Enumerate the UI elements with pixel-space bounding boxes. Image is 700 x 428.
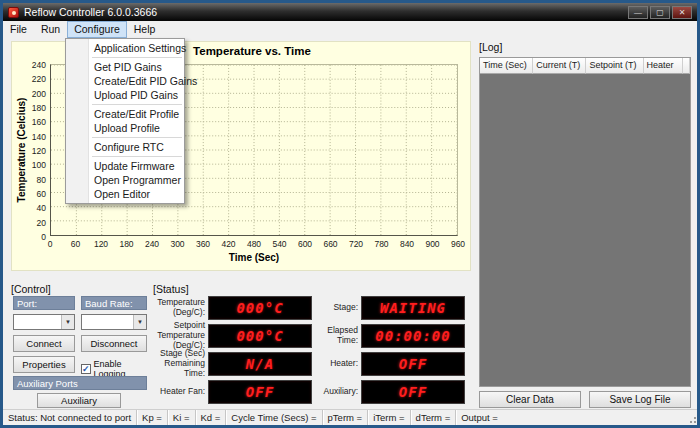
auxiliary-label: Auxiliary: bbox=[318, 387, 358, 397]
log-table-body[interactable] bbox=[480, 74, 690, 386]
port-select[interactable]: ▼ bbox=[13, 314, 75, 330]
statusbar-kp: Kp = bbox=[137, 410, 168, 425]
y-tick-label: 140 bbox=[18, 132, 46, 142]
y-tick-label: 240 bbox=[18, 60, 46, 70]
status-row: Heater Fan: OFF Auxiliary: OFF bbox=[153, 379, 471, 405]
x-tick-label: 420 bbox=[218, 239, 240, 249]
clear-data-button[interactable]: Clear Data bbox=[479, 391, 581, 408]
heater-display: OFF bbox=[361, 352, 465, 376]
menu-item-upload-profile[interactable]: Upload Profile bbox=[66, 121, 184, 135]
x-tick-label: 360 bbox=[192, 239, 214, 249]
checkbox-check-icon[interactable]: ✓ bbox=[81, 364, 91, 374]
statusbar-iterm: iTerm = bbox=[368, 410, 410, 425]
setpoint-display: 000°C bbox=[208, 324, 312, 348]
y-tick-label: 120 bbox=[18, 146, 46, 156]
heater-fan-label: Heater Fan: bbox=[153, 387, 205, 397]
temperature-display: 000°C bbox=[208, 296, 312, 320]
status-row: Temperature (Deg/C): 000°C Stage: WAITIN… bbox=[153, 295, 471, 321]
baud-rate-select[interactable]: ▼ bbox=[81, 314, 147, 330]
menu-item-upload-pid-gains[interactable]: Upload PID Gains bbox=[66, 88, 184, 102]
y-tick-label: 180 bbox=[18, 103, 46, 113]
x-tick-label: 900 bbox=[422, 239, 444, 249]
chevron-down-icon: ▼ bbox=[61, 315, 74, 329]
status-row: Setpoint Temperature (Deg/C): 000°C Elap… bbox=[153, 323, 471, 349]
title-bar: Reflow Controller 6.0.0.3666 — ▢ ✕ bbox=[3, 3, 697, 21]
auxiliary-button[interactable]: Auxiliary bbox=[37, 393, 121, 408]
x-tick-label: 60 bbox=[65, 239, 87, 249]
x-tick-label: 540 bbox=[269, 239, 291, 249]
elapsed-time-display: 00:00:00 bbox=[361, 324, 465, 348]
chart-x-axis-label: Time (Sec) bbox=[50, 252, 458, 263]
log-group-label: [Log] bbox=[479, 41, 691, 53]
statusbar-connection: Status: Not connected to port bbox=[3, 410, 137, 425]
y-tick-label: 220 bbox=[18, 74, 46, 84]
chevron-down-icon: ▼ bbox=[133, 315, 146, 329]
y-tick-label: 160 bbox=[18, 117, 46, 127]
resize-grip[interactable] bbox=[685, 412, 697, 424]
window-buttons: — ▢ ✕ bbox=[628, 6, 692, 19]
menu-configure[interactable]: Configure bbox=[67, 21, 127, 38]
x-tick-label: 720 bbox=[345, 239, 367, 249]
menu-file[interactable]: File bbox=[3, 21, 34, 38]
x-tick-label: 600 bbox=[294, 239, 316, 249]
baud-rate-label: Baud Rate: bbox=[81, 296, 147, 310]
statusbar-pterm: pTerm = bbox=[323, 410, 369, 425]
x-tick-label: 240 bbox=[141, 239, 163, 249]
menu-separator bbox=[92, 137, 182, 138]
statusbar-output: Output = bbox=[456, 410, 503, 425]
elapsed-time-label: Elapsed Time: bbox=[318, 326, 358, 346]
disconnect-button[interactable]: Disconnect bbox=[81, 335, 147, 352]
heater-label: Heater: bbox=[318, 359, 358, 369]
stage-display: WAITING bbox=[361, 296, 465, 320]
statusbar-dterm: dTerm = bbox=[411, 410, 457, 425]
menu-item-application-settings[interactable]: Application Settings bbox=[66, 41, 184, 55]
save-log-file-button[interactable]: Save Log File bbox=[589, 391, 691, 408]
menu-separator bbox=[92, 104, 182, 105]
y-tick-label: 80 bbox=[18, 175, 46, 185]
app-icon[interactable] bbox=[8, 7, 19, 18]
log-panel: [Log] Time (Sec) Current (T) Setpoint (T… bbox=[479, 41, 691, 411]
auxiliary-display: OFF bbox=[361, 380, 465, 404]
y-tick-label: 20 bbox=[18, 218, 46, 228]
log-col-current[interactable]: Current (T) bbox=[533, 58, 586, 74]
status-bar: Status: Not connected to port Kp = Ki = … bbox=[3, 409, 697, 425]
log-col-time[interactable]: Time (Sec) bbox=[480, 58, 533, 74]
x-tick-label: 780 bbox=[371, 239, 393, 249]
x-tick-label: 0 bbox=[39, 239, 61, 249]
stage-label: Stage: bbox=[318, 303, 358, 313]
x-tick-label: 120 bbox=[90, 239, 112, 249]
menu-separator bbox=[92, 156, 182, 157]
x-tick-label: 960 bbox=[447, 239, 469, 249]
y-tick-label: 100 bbox=[18, 160, 46, 170]
properties-button[interactable]: Properties bbox=[13, 356, 75, 373]
menu-item-create-edit-pid-gains[interactable]: Create/Edit PID Gains bbox=[66, 74, 184, 88]
status-panel: [Status] Temperature (Deg/C): 000°C Stag… bbox=[153, 281, 471, 409]
connect-button[interactable]: Connect bbox=[13, 335, 75, 352]
log-table-header: Time (Sec) Current (T) Setpoint (T) Heat… bbox=[480, 58, 690, 74]
minimize-icon[interactable]: — bbox=[628, 6, 648, 19]
menu-item-update-firmware[interactable]: Update Firmware bbox=[66, 159, 184, 173]
log-col-filler bbox=[683, 58, 690, 74]
window-title: Reflow Controller 6.0.0.3666 bbox=[24, 6, 157, 18]
setpoint-temperature-label: Setpoint Temperature (Deg/C): bbox=[153, 321, 205, 350]
menu-help[interactable]: Help bbox=[127, 21, 163, 38]
menu-item-configure-rtc[interactable]: Configure RTC bbox=[66, 140, 184, 154]
port-label: Port: bbox=[13, 296, 75, 310]
stage-remaining-label: Stage (Sec) Remaining Time: bbox=[153, 349, 205, 378]
temperature-label: Temperature (Deg/C): bbox=[153, 298, 205, 318]
status-row: Stage (Sec) Remaining Time: N/A Heater: … bbox=[153, 351, 471, 377]
menu-item-get-pid-gains[interactable]: Get PID Gains bbox=[66, 60, 184, 74]
menu-item-open-editor[interactable]: Open Editor bbox=[66, 187, 184, 201]
close-icon[interactable]: ✕ bbox=[672, 6, 692, 19]
statusbar-ki: Ki = bbox=[168, 410, 196, 425]
menu-item-open-programmer[interactable]: Open Programmer bbox=[66, 173, 184, 187]
log-col-setpoint[interactable]: Setpoint (T) bbox=[586, 58, 643, 74]
y-tick-label: 40 bbox=[18, 203, 46, 213]
menu-run[interactable]: Run bbox=[34, 21, 67, 38]
menu-bar: File Run Configure Help bbox=[3, 21, 697, 38]
menu-item-create-edit-profile[interactable]: Create/Edit Profile bbox=[66, 107, 184, 121]
log-col-heater[interactable]: Heater bbox=[644, 58, 683, 74]
configure-dropdown: Application Settings Get PID Gains Creat… bbox=[65, 38, 185, 204]
maximize-icon[interactable]: ▢ bbox=[650, 6, 670, 19]
heater-fan-display: OFF bbox=[208, 380, 312, 404]
